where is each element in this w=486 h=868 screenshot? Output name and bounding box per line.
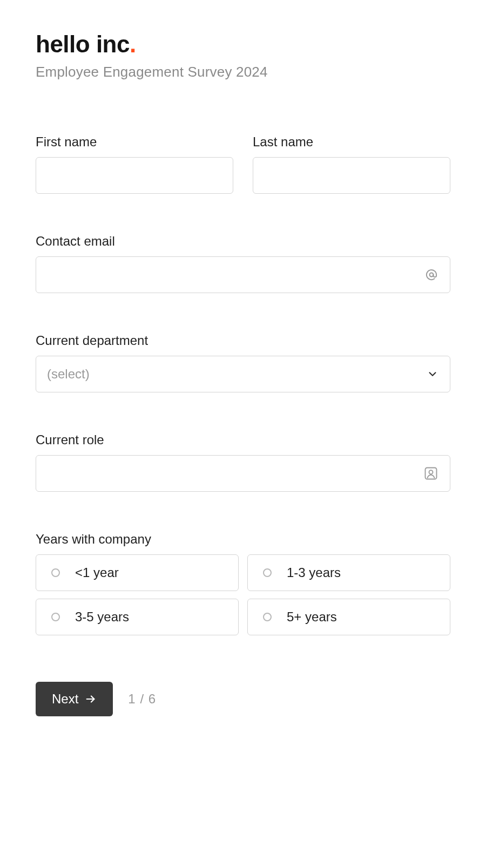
brand-dot: . — [130, 31, 136, 57]
user-icon — [423, 466, 438, 481]
radio-icon — [263, 613, 272, 621]
page-total: 6 — [148, 691, 156, 706]
page-indicator: 1 / 6 — [128, 691, 156, 707]
radio-icon — [51, 613, 60, 621]
tenure-option-label: 5+ years — [287, 609, 337, 625]
svg-point-2 — [429, 470, 433, 474]
next-button[interactable]: Next — [36, 682, 113, 716]
brand-name: hello inc — [36, 31, 130, 57]
last-name-label: Last name — [253, 134, 450, 150]
role-label: Current role — [36, 432, 450, 447]
svg-rect-1 — [426, 468, 437, 479]
radio-icon — [263, 568, 272, 577]
next-button-label: Next — [52, 691, 78, 707]
page-current: 1 — [128, 691, 136, 706]
role-input[interactable] — [36, 455, 450, 492]
radio-icon — [51, 568, 60, 577]
tenure-option-5plus[interactable]: 5+ years — [247, 599, 450, 635]
tenure-option-1-3[interactable]: 1-3 years — [247, 554, 450, 591]
contact-email-label: Contact email — [36, 234, 450, 249]
svg-point-0 — [430, 273, 434, 277]
arrow-right-icon — [85, 693, 97, 705]
last-name-input[interactable] — [253, 157, 450, 194]
department-select[interactable]: (select) — [36, 356, 450, 392]
tenure-option-label: <1 year — [75, 565, 119, 580]
tenure-option-3-5[interactable]: 3-5 years — [36, 599, 239, 635]
brand-logo: hello inc. — [36, 32, 450, 56]
tenure-option-lt1[interactable]: <1 year — [36, 554, 239, 591]
department-select-placeholder: (select) — [47, 367, 90, 382]
chevron-down-icon — [427, 368, 438, 380]
page-subtitle: Employee Engagement Survey 2024 — [36, 64, 450, 80]
at-sign-icon — [424, 268, 438, 282]
tenure-label: Years with company — [36, 532, 450, 547]
first-name-label: First name — [36, 134, 233, 150]
department-label: Current department — [36, 333, 450, 348]
contact-email-input[interactable] — [36, 256, 450, 293]
page-sep: / — [136, 691, 148, 706]
tenure-option-label: 1-3 years — [287, 565, 341, 580]
first-name-input[interactable] — [36, 157, 233, 194]
tenure-option-label: 3-5 years — [75, 609, 129, 625]
